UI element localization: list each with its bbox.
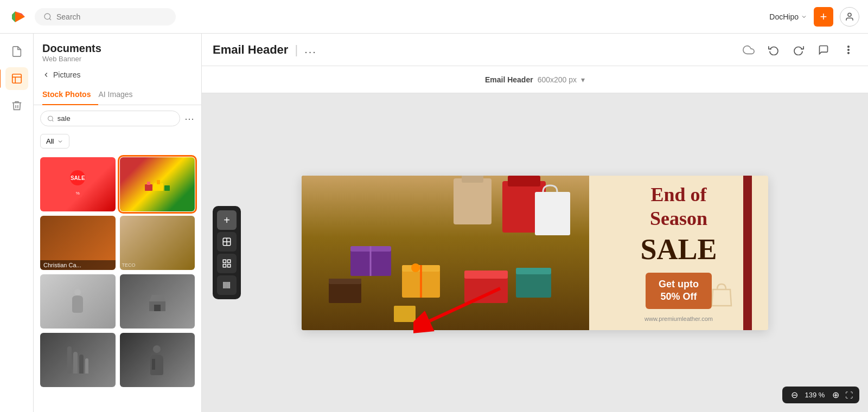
svg-rect-54 xyxy=(464,271,508,279)
subbar-chevron[interactable]: ▾ xyxy=(581,75,585,84)
svg-rect-43 xyxy=(462,176,483,183)
zoom-expand-button[interactable]: ⛶ xyxy=(845,391,853,400)
sidebar-item-trash[interactable] xyxy=(5,94,28,117)
svg-point-58 xyxy=(411,263,420,272)
tab-stock-photos[interactable]: Stock Photos xyxy=(42,85,98,105)
svg-point-10 xyxy=(48,116,53,121)
image-thumb-cosmetics[interactable] xyxy=(40,333,116,387)
nav-right: DocHipo + xyxy=(769,7,859,27)
svg-rect-30 xyxy=(223,265,226,267)
canvas-separator: | xyxy=(295,43,298,57)
store-icon xyxy=(146,291,168,312)
comment-button[interactable] xyxy=(815,41,832,59)
dochipo-dropdown[interactable]: DocHipo xyxy=(769,12,807,21)
banner-url: www.premiumleather.com xyxy=(644,316,713,322)
svg-point-22 xyxy=(848,46,850,47)
svg-rect-41 xyxy=(508,176,540,186)
search-more-button[interactable]: ⋯ xyxy=(184,113,195,125)
search-section: ⋯ xyxy=(34,105,201,132)
barcode-icon xyxy=(222,280,232,290)
cloud-save-button[interactable] xyxy=(740,41,757,59)
svg-point-23 xyxy=(848,49,850,50)
icon-sidebar xyxy=(0,34,34,412)
comment-icon xyxy=(818,44,829,55)
email-banner: End ofSeason SALE Get upto50% Off www.pr… xyxy=(302,176,768,330)
back-icon xyxy=(42,71,50,79)
grid-icon xyxy=(222,259,232,268)
user-icon xyxy=(845,12,854,22)
svg-point-6 xyxy=(848,13,851,16)
tab-ai-images[interactable]: AI Images xyxy=(98,85,140,105)
canvas-tools: + xyxy=(213,206,241,299)
image-grid: SALE % Christian Ca.. xyxy=(34,153,201,412)
panel-search-icon xyxy=(47,115,54,123)
image-thumb-teco[interactable]: TECO xyxy=(120,216,195,270)
banner-sale-word: SALE xyxy=(640,233,717,266)
barcode-tool-button[interactable] xyxy=(217,275,237,295)
subbar-title: Email Header xyxy=(485,75,533,84)
svg-rect-16 xyxy=(164,185,170,191)
canvas-subbar: Email Header 600x200 px ▾ xyxy=(202,66,868,93)
user-profile-button[interactable] xyxy=(840,7,859,27)
search-icon xyxy=(43,12,52,21)
svg-rect-44 xyxy=(535,192,570,235)
redo-icon xyxy=(793,44,804,55)
document-icon xyxy=(11,46,23,57)
zoom-bar: ⊖ 139 % ⊕ ⛶ xyxy=(782,387,859,403)
more-dots-icon xyxy=(843,44,854,55)
svg-rect-21 xyxy=(152,359,155,370)
more-options-button[interactable] xyxy=(840,41,857,59)
resize-icon xyxy=(222,237,232,247)
search-input[interactable] xyxy=(56,12,154,21)
chevron-down-icon xyxy=(801,14,807,20)
person-silhouette xyxy=(69,288,86,315)
sidebar-item-document[interactable] xyxy=(5,40,28,63)
svg-rect-28 xyxy=(223,260,226,262)
redo-button[interactable] xyxy=(790,41,807,59)
image-thumb-gifts-highlighted[interactable] xyxy=(120,157,195,211)
svg-line-11 xyxy=(52,120,53,121)
bag-watermark xyxy=(707,281,736,311)
svg-rect-7 xyxy=(12,74,21,83)
filter-select[interactable]: All xyxy=(40,134,69,149)
tabs-row: Stock Photos AI Images xyxy=(34,85,201,105)
search-bar[interactable] xyxy=(35,8,176,25)
svg-rect-31 xyxy=(228,265,231,267)
bag-icon xyxy=(707,281,736,309)
panel-header: Documents Web Banner xyxy=(34,34,201,65)
image-thumb-1[interactable]: SALE % xyxy=(40,157,116,211)
grid-tool-button[interactable] xyxy=(217,254,237,273)
zoom-value: 139 % xyxy=(804,391,826,399)
svg-point-17 xyxy=(74,289,81,295)
zoom-in-button[interactable]: ⊕ xyxy=(830,390,841,400)
cloud-icon xyxy=(743,44,755,56)
back-button[interactable]: Pictures xyxy=(34,65,201,85)
banner-gifts-svg xyxy=(302,176,589,330)
filter-row: All xyxy=(34,132,201,153)
main-layout: Documents Web Banner Pictures Stock Phot… xyxy=(0,34,868,412)
panel-search-input[interactable] xyxy=(58,114,173,123)
image-thumb-christian[interactable]: Christian Ca... xyxy=(40,216,116,270)
canvas-menu-button[interactable]: ... xyxy=(304,43,317,56)
image-thumb-store[interactable] xyxy=(120,274,195,329)
app-logo[interactable] xyxy=(9,7,28,27)
add-tool-button[interactable]: + xyxy=(217,210,237,230)
sidebar-item-template[interactable] xyxy=(5,67,28,90)
svg-rect-12 xyxy=(145,184,152,191)
banner-cta-button: Get upto50% Off xyxy=(646,273,712,309)
canvas-topbar: Email Header | ... xyxy=(202,34,868,66)
banner-photo xyxy=(302,176,589,330)
resize-tool-button[interactable] xyxy=(217,232,237,252)
create-button[interactable]: + xyxy=(814,7,833,27)
image-thumb-person2[interactable] xyxy=(120,333,195,387)
canvas-workspace: + xyxy=(202,93,868,412)
panel-search-bar[interactable] xyxy=(40,111,180,126)
left-panel: Documents Web Banner Pictures Stock Phot… xyxy=(34,34,202,412)
svg-rect-19 xyxy=(154,305,161,311)
image-thumb-person[interactable] xyxy=(40,274,116,329)
person2-silhouette xyxy=(148,344,167,376)
undo-icon xyxy=(768,44,779,55)
zoom-out-button[interactable]: ⊖ xyxy=(789,390,800,400)
undo-button[interactable] xyxy=(765,41,782,59)
svg-rect-52 xyxy=(329,279,361,284)
